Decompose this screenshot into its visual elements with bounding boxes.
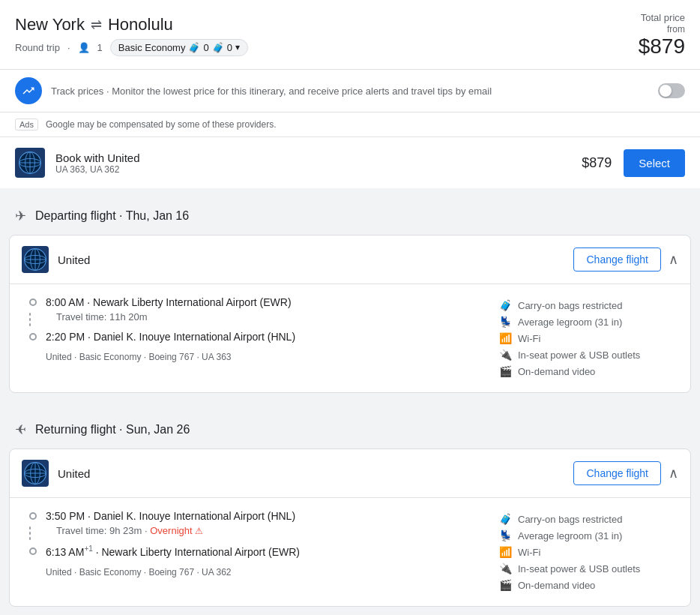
ret-carry-on-text: Carry-on bags restricted: [518, 514, 622, 525]
amenity-power: 🔌 In-seat power & USB outlets: [498, 349, 678, 361]
departing-collapse-icon[interactable]: ∧: [669, 251, 678, 268]
ret-amenity-power: 🔌 In-seat power & USB outlets: [498, 562, 678, 574]
ads-bar: Ads Google may be compensated by some of…: [0, 112, 700, 137]
book-title: Book with United: [55, 152, 140, 164]
departing-flight-meta: United · Basic Economy · Boeing 767 · UA…: [29, 352, 483, 362]
returning-change-button[interactable]: Change flight: [573, 461, 661, 485]
returning-route-line: 3:50 PM · Daniel K. Inouye International…: [29, 510, 483, 558]
power-text: In-seat power & USB outlets: [518, 350, 640, 361]
returning-united-icon: [23, 461, 47, 485]
checked-bag-count: 0: [227, 42, 232, 53]
trending-icon: [22, 84, 35, 98]
departing-card-actions: Change flight ∧: [573, 248, 678, 272]
track-prices-toggle[interactable]: [658, 83, 685, 98]
returning-card-header: United Change flight ∧: [10, 449, 690, 498]
ret-video-text: On-demand video: [518, 580, 595, 591]
returning-flight-details: 3:50 PM · Daniel K. Inouye International…: [10, 498, 690, 606]
checked-bag-icon: 🧳: [212, 42, 224, 53]
select-button[interactable]: Select: [624, 149, 685, 177]
wifi-icon: 📶: [498, 332, 512, 344]
book-card-right: $879 Select: [582, 149, 685, 177]
ret-legroom-icon: 💺: [498, 530, 512, 542]
chevron-down-icon: ▾: [235, 42, 240, 52]
arrival-superscript: +1: [84, 544, 92, 553]
legroom-icon: 💺: [498, 316, 512, 328]
returning-airline-name: United: [58, 467, 90, 480]
departing-route-line: 8:00 AM · Newark Liberty International A…: [29, 296, 483, 343]
ret-amenity-carry-on: 🧳 Carry-on bags restricted: [498, 513, 678, 525]
overnight-text: Overnight: [150, 525, 192, 536]
departing-card-header: United Change flight ∧: [10, 236, 690, 284]
departing-airline-name: United: [58, 254, 90, 266]
returning-arrival-point: 6:13 AM+1 · Newark Liberty International…: [29, 544, 483, 558]
departing-section-label: Departing flight · Thu, Jan 16: [35, 209, 189, 223]
ret-amenity-wifi: 📶 Wi-Fi: [498, 546, 678, 558]
book-card: Book with United UA 363, UA 362 $879 Sel…: [0, 137, 700, 194]
departing-arrival-time-place: 2:20 PM · Daniel K. Inouye International…: [46, 331, 295, 343]
overnight-warning-icon: ⚠: [195, 526, 203, 536]
returning-section-header: ✈ Returning flight · Sun, Jan 26: [0, 408, 700, 448]
route-title: New York ⇌ Honolulu: [15, 15, 248, 34]
passenger-icon: 👤: [78, 42, 90, 53]
video-icon: 🎬: [498, 365, 512, 377]
header-left: New York ⇌ Honolulu Round trip · 👤 1 Bas…: [15, 15, 248, 56]
departing-airline-logo: [22, 246, 49, 273]
amenity-wifi: 📶 Wi-Fi: [498, 332, 678, 344]
returning-dots-line: [29, 525, 31, 542]
book-info: Book with United UA 363, UA 362: [55, 152, 140, 175]
track-prices-bar: Track prices · Monitor the lowest price …: [0, 70, 700, 112]
arrival-dot: [29, 333, 37, 340]
book-price: $879: [582, 155, 612, 171]
returning-departure-point: 3:50 PM · Daniel K. Inouye International…: [29, 510, 483, 522]
origin-label: New York: [15, 15, 85, 34]
trip-type: Round trip: [15, 42, 60, 53]
departing-arrival-point: 2:20 PM · Daniel K. Inouye International…: [29, 331, 483, 343]
returning-amenities: 🧳 Carry-on bags restricted 💺 Average leg…: [498, 510, 678, 594]
departing-travel-time: Travel time: 11h 20m: [40, 311, 148, 322]
carry-on-icon: 🧳: [498, 299, 512, 311]
returning-arrival-time-place: 6:13 AM+1 · Newark Liberty International…: [46, 544, 300, 558]
carry-bag-icon: 🧳: [188, 42, 200, 53]
departing-flight-card: United Change flight ∧ 8:00 AM · Newark …: [9, 235, 691, 393]
departure-dot: [29, 298, 37, 306]
returning-plane-icon: ✈: [15, 422, 26, 438]
ret-power-text: In-seat power & USB outlets: [518, 563, 640, 574]
ret-legroom-text: Average legroom (31 in): [518, 530, 622, 542]
returning-departure-time-place: 3:50 PM · Daniel K. Inouye International…: [46, 510, 295, 522]
wifi-text: Wi-Fi: [518, 333, 540, 344]
returning-connector: Travel time: 9h 23m · Overnight ⚠: [29, 522, 483, 544]
departing-flight-details: 8:00 AM · Newark Liberty International A…: [10, 284, 690, 392]
ret-amenity-video: 🎬 On-demand video: [498, 579, 678, 591]
cabin-class-pill[interactable]: Basic Economy 🧳 0 🧳 0 ▾: [110, 39, 248, 56]
returning-route: 3:50 PM · Daniel K. Inouye International…: [22, 510, 483, 594]
destination-label: Honolulu: [108, 15, 173, 34]
returning-airline-info: United: [22, 460, 90, 487]
legroom-text: Average legroom (31 in): [518, 316, 622, 328]
header-right: Total price from $879: [639, 12, 685, 58]
united-globe-icon: [18, 151, 42, 175]
returning-airline-logo: [22, 460, 49, 487]
total-price-value: $879: [639, 34, 685, 58]
book-card-left: Book with United UA 363, UA 362: [15, 148, 140, 178]
power-icon: 🔌: [498, 349, 512, 361]
amenity-legroom: 💺 Average legroom (31 in): [498, 316, 678, 328]
departing-departure-point: 8:00 AM · Newark Liberty International A…: [29, 296, 483, 308]
departing-change-button[interactable]: Change flight: [573, 248, 661, 272]
carry-on-text: Carry-on bags restricted: [518, 300, 622, 311]
route-arrow-icon: ⇌: [91, 16, 102, 33]
track-prices-icon: [15, 77, 42, 104]
departing-connector: Travel time: 11h 20m: [29, 308, 483, 331]
departing-section-header: ✈ Departing flight · Thu, Jan 16: [0, 194, 700, 235]
departing-amenities: 🧳 Carry-on bags restricted 💺 Average leg…: [498, 296, 678, 380]
returning-card-actions: Change flight ∧: [573, 461, 678, 485]
departing-united-icon: [23, 248, 47, 272]
ret-amenity-legroom: 💺 Average legroom (31 in): [498, 530, 678, 542]
returning-collapse-icon[interactable]: ∧: [669, 465, 678, 482]
track-prices-text: Track prices · Monitor the lowest price …: [51, 86, 649, 97]
departing-route: 8:00 AM · Newark Liberty International A…: [22, 296, 483, 380]
amenity-carry-on: 🧳 Carry-on bags restricted: [498, 299, 678, 311]
ret-power-icon: 🔌: [498, 562, 512, 574]
ret-arrival-dot: [29, 548, 37, 555]
departing-plane-icon: ✈: [15, 208, 26, 224]
ret-departure-dot: [29, 512, 37, 520]
